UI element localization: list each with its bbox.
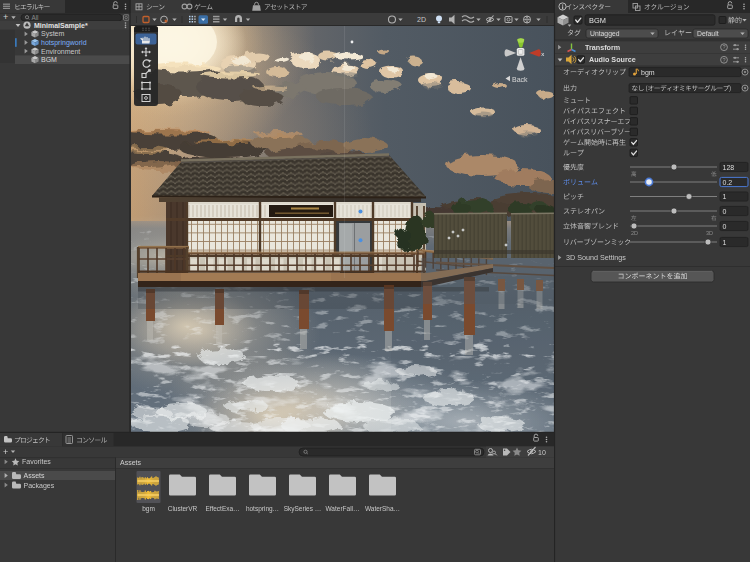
- svg-text:Transform: Transform: [585, 43, 620, 52]
- svg-text:ClusterVR: ClusterVR: [168, 505, 198, 512]
- svg-text:3D: 3D: [706, 230, 713, 236]
- svg-text:Environment: Environment: [41, 48, 80, 55]
- svg-text:Assets: Assets: [24, 472, 46, 479]
- svg-text:EffectExa…: EffectExa…: [205, 505, 239, 512]
- svg-text:?: ?: [723, 57, 726, 63]
- svg-text:bgm: bgm: [641, 69, 655, 77]
- svg-text:1: 1: [723, 193, 727, 200]
- svg-text:0.2: 0.2: [723, 179, 733, 186]
- svg-text:SkySeries …: SkySeries …: [284, 505, 322, 513]
- svg-text:0: 0: [723, 208, 727, 215]
- svg-text:MinimalSample*: MinimalSample*: [34, 22, 88, 30]
- svg-text:10: 10: [538, 449, 546, 456]
- svg-text:+: +: [3, 12, 8, 22]
- svg-text:1: 1: [723, 239, 727, 246]
- svg-text:All: All: [32, 14, 39, 21]
- svg-text:Packages: Packages: [24, 482, 55, 490]
- svg-text:Assets: Assets: [120, 459, 142, 466]
- svg-text:WaterFall…: WaterFall…: [325, 505, 359, 512]
- svg-text:Untagged: Untagged: [590, 30, 620, 38]
- svg-text:x: x: [541, 51, 544, 57]
- svg-text:2D: 2D: [631, 230, 638, 236]
- svg-text:BGM: BGM: [41, 56, 57, 63]
- svg-text:hotspringworld: hotspringworld: [41, 39, 87, 47]
- svg-text:+: +: [3, 447, 8, 457]
- svg-text:128: 128: [723, 164, 735, 171]
- svg-text:System: System: [41, 30, 65, 38]
- svg-text:0: 0: [723, 223, 727, 230]
- svg-text:bgm: bgm: [142, 505, 155, 513]
- svg-text:Default: Default: [697, 30, 719, 37]
- svg-text:Audio Source: Audio Source: [589, 55, 636, 64]
- svg-text:Back: Back: [512, 76, 528, 83]
- svg-text:Favorites: Favorites: [22, 458, 51, 465]
- svg-text:WaterSha…: WaterSha…: [365, 505, 400, 512]
- svg-text:hotspring…: hotspring…: [246, 505, 279, 513]
- svg-text:2D: 2D: [417, 16, 426, 23]
- svg-text:?: ?: [723, 44, 726, 50]
- svg-text:3D Sound Settings: 3D Sound Settings: [566, 253, 626, 262]
- svg-text:BGM: BGM: [589, 16, 606, 25]
